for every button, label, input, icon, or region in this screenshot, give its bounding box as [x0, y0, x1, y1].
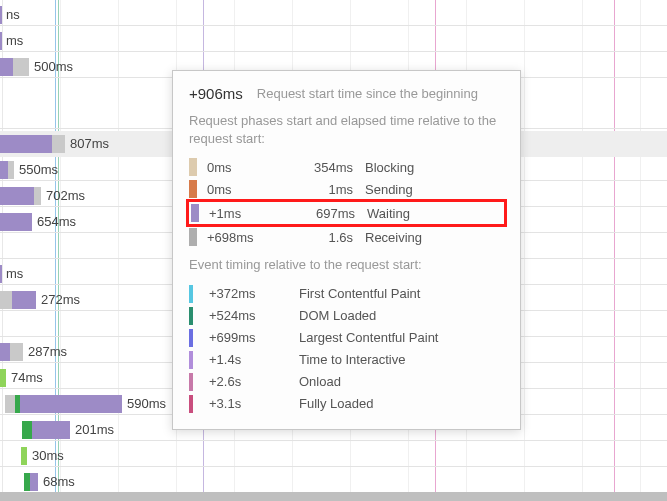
phase-name: Blocking: [353, 160, 414, 175]
duration-label: 500ms: [34, 59, 73, 74]
swatch-tti-icon: [189, 351, 193, 369]
event-row-dom: +524ms DOM Loaded: [189, 305, 504, 327]
events-caption: Event timing relative to the request sta…: [189, 256, 504, 274]
swatch-onload-icon: [189, 373, 193, 391]
event-row-lcp: +699ms Largest Contentful Paint: [189, 327, 504, 349]
phase-row-waiting: +1ms 697ms Waiting: [186, 199, 507, 227]
duration-label: 201ms: [75, 422, 114, 437]
event-name: Largest Contentful Paint: [299, 330, 438, 345]
duration-label: 550ms: [19, 162, 58, 177]
phase-duration: 1.6s: [289, 230, 353, 245]
event-offset: +524ms: [209, 308, 299, 323]
event-name: Time to Interactive: [299, 352, 405, 367]
duration-label: 654ms: [37, 214, 76, 229]
event-offset: +372ms: [209, 286, 299, 301]
request-start-time: +906ms: [189, 85, 243, 102]
waterfall-row[interactable]: ms: [0, 32, 667, 50]
timing-tooltip: +906ms Request start time since the begi…: [172, 70, 521, 430]
phase-offset: +698ms: [207, 230, 289, 245]
event-offset: +3.1s: [209, 396, 299, 411]
swatch-receiving-icon: [189, 228, 197, 246]
phase-name: Receiving: [353, 230, 422, 245]
phase-duration: 1ms: [289, 182, 353, 197]
event-row-onload: +2.6s Onload: [189, 371, 504, 393]
duration-label: ms: [6, 33, 23, 48]
event-name: DOM Loaded: [299, 308, 376, 323]
phase-name: Waiting: [355, 206, 410, 221]
event-name: Onload: [299, 374, 341, 389]
duration-label: 702ms: [46, 188, 85, 203]
event-offset: +1.4s: [209, 352, 299, 367]
scrollbar[interactable]: [0, 492, 667, 501]
phase-offset: 0ms: [207, 182, 289, 197]
phases-caption: Request phases start and elapsed time re…: [189, 112, 504, 148]
phase-row-sending: 0ms 1ms Sending: [189, 178, 504, 200]
swatch-waiting-icon: [191, 204, 199, 222]
event-offset: +699ms: [209, 330, 299, 345]
request-start-caption: Request start time since the beginning: [257, 86, 478, 101]
duration-label: ms: [6, 266, 23, 281]
phase-name: Sending: [353, 182, 413, 197]
duration-label: 807ms: [70, 136, 109, 151]
swatch-fully-loaded-icon: [189, 395, 193, 413]
phase-row-receiving: +698ms 1.6s Receiving: [189, 226, 504, 248]
duration-label: 272ms: [41, 292, 80, 307]
waterfall-row[interactable]: 68ms: [0, 473, 667, 491]
swatch-blocking-icon: [189, 158, 197, 176]
event-row-tti: +1.4s Time to Interactive: [189, 349, 504, 371]
waterfall-row[interactable]: ns: [0, 6, 667, 24]
duration-label: 30ms: [32, 448, 64, 463]
phase-offset: 0ms: [207, 160, 289, 175]
duration-label: 287ms: [28, 344, 67, 359]
duration-label: 74ms: [11, 370, 43, 385]
phase-offset: +1ms: [209, 206, 291, 221]
phase-row-blocking: 0ms 354ms Blocking: [189, 156, 504, 178]
swatch-lcp-icon: [189, 329, 193, 347]
duration-label: 590ms: [127, 396, 166, 411]
swatch-sending-icon: [189, 180, 197, 198]
event-row-fcp: +372ms First Contentful Paint: [189, 283, 504, 305]
phase-duration: 697ms: [291, 206, 355, 221]
swatch-dom-icon: [189, 307, 193, 325]
duration-label: ns: [6, 7, 20, 22]
tooltip-header: +906ms Request start time since the begi…: [189, 85, 504, 102]
duration-label: 68ms: [43, 474, 75, 489]
swatch-fcp-icon: [189, 285, 193, 303]
event-offset: +2.6s: [209, 374, 299, 389]
event-name: Fully Loaded: [299, 396, 373, 411]
waterfall-row[interactable]: 30ms: [0, 447, 667, 465]
event-name: First Contentful Paint: [299, 286, 420, 301]
event-row-fully-loaded: +3.1s Fully Loaded: [189, 393, 504, 415]
phase-duration: 354ms: [289, 160, 353, 175]
